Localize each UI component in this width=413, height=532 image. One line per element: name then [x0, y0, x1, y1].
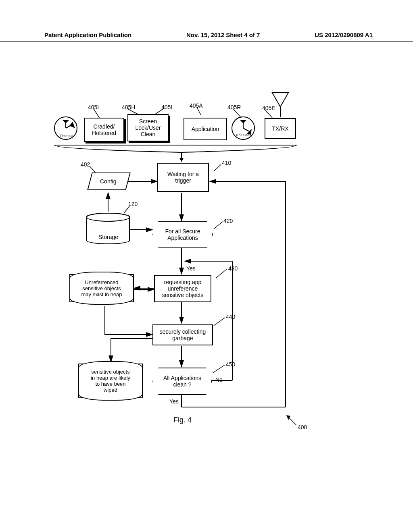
svg-line-7 [243, 128, 249, 131]
yes-1: Yes [186, 265, 196, 272]
diagram-svg [0, 0, 413, 532]
ref-440: 440 [226, 314, 235, 320]
yes-2: Yes [169, 398, 179, 405]
ref-405I: 405I [88, 104, 99, 111]
hex-all-clean-body: All Applications clean ? [152, 368, 212, 395]
hex-secure-apps-body: For all Secure Applications [152, 221, 213, 248]
box-collecting: securely collecting garbage [152, 324, 213, 345]
svg-line-2 [66, 125, 72, 128]
ref-120: 120 [128, 201, 138, 208]
svg-marker-8 [240, 120, 246, 123]
storage-label: Storage [98, 234, 118, 241]
ref-400: 400 [298, 424, 307, 431]
no-label: No [215, 376, 223, 383]
svg-marker-3 [63, 120, 69, 123]
svg-line-20 [214, 164, 221, 171]
box-request-unref: requesting app unreference sensitive obj… [154, 275, 211, 302]
svg-line-25 [213, 365, 225, 373]
hex-secure-apps: For all Secure Applications [152, 221, 213, 248]
svg-line-26 [288, 417, 296, 425]
svg-line-22 [214, 222, 223, 229]
rollback-label: Roll Back [236, 133, 251, 137]
ref-405R: 405R [227, 104, 241, 111]
page: Patent Application Publication Nov. 15, … [0, 0, 413, 532]
hex-all-clean: All Applications clean ? [152, 368, 212, 395]
ref-405H: 405H [122, 104, 135, 111]
timeout-label: Timeout [60, 134, 73, 138]
svg-line-24 [214, 318, 225, 326]
cloud-wiped: sensitive objects in heap are likely to … [78, 364, 143, 398]
cloud-unref: Unreferrenced sensitive objects may exis… [69, 274, 134, 302]
ref-450: 450 [226, 361, 235, 368]
ref-402: 402 [81, 161, 90, 168]
box-screenlock: Screen Lock/User Clean [127, 114, 169, 141]
config-text: Config. [100, 178, 118, 185]
ref-420: 420 [223, 218, 233, 224]
svg-marker-4 [69, 122, 75, 128]
diagram-canvas: 405I 405H 405L 405A 405R 405E [0, 0, 413, 532]
ref-430: 430 [228, 265, 238, 272]
figure-caption: Fig. 4 [173, 416, 192, 425]
svg-marker-27 [286, 415, 290, 420]
config-node: Config. [87, 172, 131, 190]
ref-405A: 405A [190, 102, 203, 109]
ref-405L: 405L [161, 104, 174, 111]
box-waiting: Waiting for a trigger [157, 163, 209, 192]
ref-405E: 405E [262, 105, 275, 112]
ref-410: 410 [222, 160, 231, 166]
box-cradled: Cradled/ Holstered [84, 118, 124, 142]
box-application: Application [184, 118, 227, 140]
svg-line-23 [216, 269, 227, 278]
svg-marker-12 [179, 158, 184, 162]
box-txrx: TX/RX [265, 118, 296, 139]
